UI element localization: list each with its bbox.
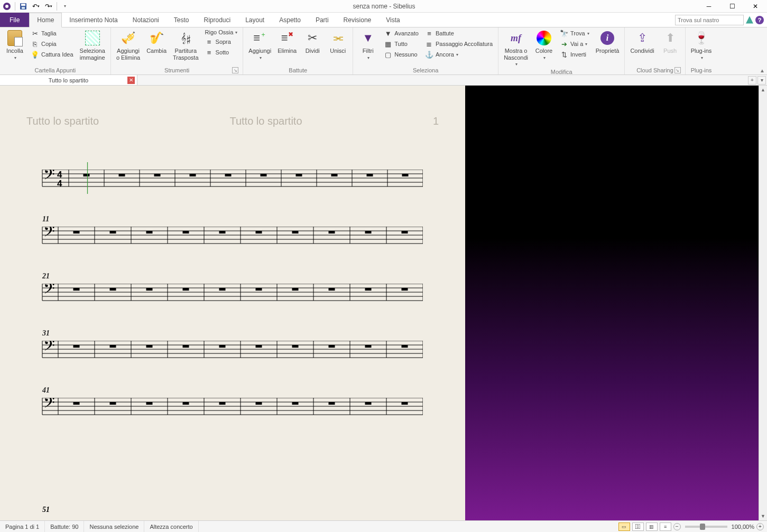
split-bar-button[interactable]: ✂Dividi (301, 29, 324, 55)
staff-system[interactable]: 31𝄢 (26, 341, 439, 360)
svg-text:𝄢: 𝄢 (43, 170, 55, 186)
copy-button[interactable]: ⎘Copia (29, 39, 76, 49)
ossia-staff-button[interactable]: Rigo Ossia (203, 29, 240, 36)
staff-system[interactable]: 41𝄢 (26, 398, 439, 417)
add-bar-button[interactable]: ≡＋Aggiungi (246, 29, 273, 61)
view-mode-pages-button[interactable]: ▥ (646, 522, 658, 531)
workspace: Tutto lo spartito Tutto lo spartito 1 𝄢4… (0, 86, 767, 520)
color-button[interactable]: Colore (532, 29, 556, 61)
tab-home[interactable]: Home (29, 13, 62, 27)
change-instrument-button[interactable]: 🎷 Cambia (144, 29, 169, 55)
tab-inserimento-nota[interactable]: Inserimento Nota (62, 13, 125, 27)
svg-rect-3 (21, 4, 25, 6)
close-doc-tab-button[interactable]: ✕ (127, 77, 135, 84)
select-none-button[interactable]: ▢Nessuno (382, 50, 421, 59)
svg-rect-115 (365, 345, 372, 348)
goto-button[interactable]: ➔Vai a (558, 39, 592, 49)
select-all-button[interactable]: ▦Tutto (382, 39, 421, 49)
system-passage-button[interactable]: ≣Passaggio Accollatura (423, 39, 495, 49)
tab-aspetto[interactable]: Aspetto (272, 13, 308, 27)
staff-system[interactable]: 21𝄢 (26, 284, 439, 303)
maximize-button[interactable]: ☐ (720, 0, 744, 13)
staff-system[interactable]: 11𝄢 (26, 227, 439, 246)
properties-button[interactable]: iProprietà (594, 29, 622, 55)
tab-layout[interactable]: Layout (238, 13, 272, 27)
find-button[interactable]: 🔭Trova (558, 29, 592, 38)
view-mode-spread-button[interactable]: ⿲ (632, 522, 644, 531)
zoom-out-button[interactable]: − (673, 523, 681, 530)
vertical-scrollbar[interactable]: ▲ ▼ (759, 86, 767, 520)
status-bars[interactable]: Battute: 90 (45, 521, 84, 532)
svg-rect-85 (329, 288, 335, 291)
select-more-button[interactable]: ⚓Ancora (423, 50, 495, 59)
staff-below-button[interactable]: ≡Sotto (203, 48, 240, 57)
zoom-in-button[interactable]: + (756, 523, 764, 530)
cloud-launcher[interactable]: ↘ (674, 67, 681, 73)
select-graphic-button[interactable]: Seleziona immagine (78, 29, 107, 62)
minimize-button[interactable]: ─ (697, 0, 720, 13)
doc-tab-menu-button[interactable]: ▾ (757, 76, 766, 85)
svg-rect-133 (183, 402, 189, 405)
push-button[interactable]: ⬆Push (659, 29, 682, 55)
scroll-down-button[interactable]: ▼ (759, 512, 767, 520)
plugins-button[interactable]: 🍷Plug-ins (689, 29, 714, 61)
add-doc-tab-button[interactable]: + (748, 76, 756, 85)
svg-rect-127 (73, 402, 80, 405)
view-mode-single-button[interactable]: ▭ (618, 522, 630, 531)
tab-riproduci[interactable]: Riproduci (196, 13, 238, 27)
tab-testo[interactable]: Testo (167, 13, 197, 27)
redo-button[interactable]: ↷▾ (43, 1, 54, 12)
cut-button[interactable]: ✂Taglia (29, 29, 76, 38)
tab-file[interactable]: File (0, 13, 29, 27)
status-pitch[interactable]: Altezza concerto (144, 521, 198, 532)
sax-icon: 🎷 (148, 30, 165, 46)
advanced-filter-button[interactable]: ▼Avanzato (382, 29, 421, 38)
ribbon-help-chevron-icon[interactable] (746, 16, 753, 24)
paste-button[interactable]: Incolla (3, 29, 26, 61)
app-icon[interactable] (1, 1, 13, 12)
tab-parti[interactable]: Parti (308, 13, 336, 27)
join-icon: ⫘ (329, 30, 346, 46)
scroll-up-button[interactable]: ▲ (759, 86, 767, 94)
instruments-launcher[interactable]: ↘ (232, 67, 238, 73)
staff-above-button[interactable]: ≡Sopra (203, 37, 240, 46)
add-remove-instruments-button[interactable]: 🎺 Aggiungi o Elimina (114, 29, 142, 62)
document-tab[interactable]: Tutto lo spartito ✕ (0, 75, 137, 85)
flip-button[interactable]: ⇅Inverti (558, 50, 592, 59)
select-bars-button[interactable]: ≡Battute (423, 29, 495, 38)
tab-vista[interactable]: Vista (378, 13, 407, 27)
staff-below-icon: ≡ (205, 48, 214, 57)
ribbon-search-input[interactable] (675, 15, 744, 25)
svg-text:4: 4 (57, 179, 62, 189)
tab-notazioni[interactable]: Notazioni (125, 13, 167, 27)
share-button[interactable]: ⇪Condividi (628, 29, 656, 55)
transposing-score-button[interactable]: 𝄞♯ Partitura Trasposta (171, 29, 201, 62)
push-icon: ⬆ (662, 30, 679, 46)
hide-show-button[interactable]: mfMostra o Nascondi (502, 29, 530, 68)
filters-button[interactable]: ▼Filtri (356, 29, 380, 61)
tab-revisione[interactable]: Revisione (336, 13, 379, 27)
svg-rect-111 (292, 345, 299, 348)
status-page[interactable]: Pagina 1 di 1 (0, 521, 45, 532)
svg-rect-103 (146, 345, 153, 348)
undo-button[interactable]: ↶▾ (30, 1, 42, 12)
close-button[interactable]: ✕ (744, 0, 767, 13)
capture-idea-button[interactable]: 💡Cattura Idea (29, 50, 76, 59)
svg-rect-61 (402, 231, 408, 234)
ribbon: Incolla ✂Taglia ⎘Copia 💡Cattura Idea Sel… (0, 27, 767, 75)
anchor-icon: ⚓ (425, 50, 433, 59)
running-head-left: Tutto lo spartito (26, 115, 99, 127)
ribbon-collapse-button[interactable]: ▲ (760, 68, 765, 73)
help-button[interactable]: ? (755, 16, 764, 24)
delete-bar-button[interactable]: ≡✖Elimina (275, 29, 299, 55)
join-bar-button[interactable]: ⫘Unisci (326, 29, 349, 55)
view-mode-panorama-button[interactable]: ≡ (660, 522, 671, 531)
select-none-icon: ▢ (384, 50, 392, 59)
svg-rect-25 (261, 174, 267, 176)
qat-customize[interactable]: ▾ (59, 1, 71, 12)
staff-system[interactable]: 𝄢44 (26, 170, 439, 189)
score-view[interactable]: Tutto lo spartito Tutto lo spartito 1 𝄢4… (0, 86, 465, 520)
save-button[interactable] (17, 1, 29, 12)
partial-system-bar-number: 51 (42, 506, 50, 514)
zoom-slider[interactable] (685, 526, 727, 528)
